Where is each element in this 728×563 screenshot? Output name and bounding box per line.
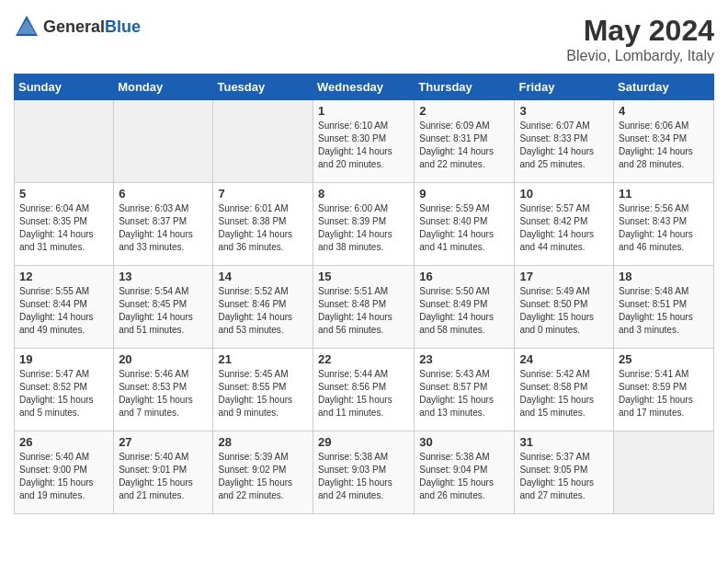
day-info: Sunrise: 5:59 AM Sunset: 8:40 PM Dayligh… (419, 202, 509, 254)
day-number: 18 (619, 270, 709, 283)
calendar-cell: 4Sunrise: 6:06 AM Sunset: 8:34 PM Daylig… (614, 100, 714, 183)
calendar-title: May 2024 (566, 14, 714, 48)
day-number: 10 (519, 187, 609, 201)
day-number: 25 (619, 352, 709, 366)
day-info: Sunrise: 5:54 AM Sunset: 8:45 PM Dayligh… (119, 285, 208, 337)
day-number: 17 (519, 270, 609, 283)
day-info: Sunrise: 5:49 AM Sunset: 8:50 PM Dayligh… (519, 285, 609, 337)
calendar-cell: 6Sunrise: 6:03 AM Sunset: 8:37 PM Daylig… (114, 183, 213, 266)
weekday-header-monday: Monday (114, 75, 213, 100)
calendar-cell: 16Sunrise: 5:50 AM Sunset: 8:49 PM Dayli… (415, 266, 515, 349)
calendar-cell: 29Sunrise: 5:38 AM Sunset: 9:03 PM Dayli… (313, 431, 415, 514)
day-info: Sunrise: 5:42 AM Sunset: 8:58 PM Dayligh… (519, 368, 609, 419)
day-info: Sunrise: 5:40 AM Sunset: 9:00 PM Dayligh… (19, 451, 108, 502)
day-info: Sunrise: 6:09 AM Sunset: 8:31 PM Dayligh… (419, 120, 509, 171)
title-section: May 2024 Blevio, Lombardy, Italy (566, 14, 714, 64)
day-number: 26 (19, 435, 108, 449)
day-number: 1 (318, 104, 409, 118)
calendar-week-1: 1Sunrise: 6:10 AM Sunset: 8:30 PM Daylig… (15, 100, 714, 183)
calendar-cell: 25Sunrise: 5:41 AM Sunset: 8:59 PM Dayli… (614, 349, 714, 431)
weekday-header-saturday: Saturday (614, 75, 714, 100)
calendar-week-5: 26Sunrise: 5:40 AM Sunset: 9:00 PM Dayli… (15, 431, 714, 514)
day-number: 12 (19, 270, 108, 283)
day-number: 27 (119, 435, 208, 449)
calendar-cell: 11Sunrise: 5:56 AM Sunset: 8:43 PM Dayli… (614, 183, 714, 266)
day-info: Sunrise: 5:48 AM Sunset: 8:51 PM Dayligh… (619, 285, 709, 337)
day-info: Sunrise: 6:03 AM Sunset: 8:37 PM Dayligh… (119, 202, 208, 254)
day-info: Sunrise: 5:47 AM Sunset: 8:52 PM Dayligh… (19, 368, 108, 419)
calendar-cell: 30Sunrise: 5:38 AM Sunset: 9:04 PM Dayli… (415, 431, 515, 514)
calendar-cell: 10Sunrise: 5:57 AM Sunset: 8:42 PM Dayli… (515, 183, 614, 266)
day-number: 16 (419, 270, 509, 283)
day-number: 31 (519, 435, 609, 449)
calendar-cell: 12Sunrise: 5:55 AM Sunset: 8:44 PM Dayli… (15, 266, 114, 349)
day-number: 14 (218, 270, 308, 283)
day-info: Sunrise: 5:52 AM Sunset: 8:46 PM Dayligh… (218, 285, 308, 337)
day-info: Sunrise: 5:40 AM Sunset: 9:01 PM Dayligh… (119, 451, 208, 502)
day-info: Sunrise: 6:00 AM Sunset: 8:39 PM Dayligh… (318, 202, 409, 254)
calendar-cell: 5Sunrise: 6:04 AM Sunset: 8:35 PM Daylig… (15, 183, 114, 266)
day-number: 3 (519, 104, 609, 118)
calendar-cell (114, 100, 213, 183)
day-info: Sunrise: 6:10 AM Sunset: 8:30 PM Dayligh… (318, 120, 409, 171)
calendar-cell: 1Sunrise: 6:10 AM Sunset: 8:30 PM Daylig… (313, 100, 415, 183)
calendar-cell (213, 100, 313, 183)
day-number: 11 (619, 187, 709, 201)
calendar-table: SundayMondayTuesdayWednesdayThursdayFrid… (14, 74, 714, 514)
day-number: 28 (218, 435, 308, 449)
day-number: 22 (318, 352, 409, 366)
calendar-cell: 28Sunrise: 5:39 AM Sunset: 9:02 PM Dayli… (213, 431, 313, 514)
day-number: 23 (419, 352, 509, 366)
calendar-cell: 26Sunrise: 5:40 AM Sunset: 9:00 PM Dayli… (15, 431, 114, 514)
day-info: Sunrise: 6:04 AM Sunset: 8:35 PM Dayligh… (19, 202, 108, 254)
day-info: Sunrise: 5:38 AM Sunset: 9:03 PM Dayligh… (318, 451, 409, 502)
logo-text-general: General (43, 17, 105, 36)
calendar-week-3: 12Sunrise: 5:55 AM Sunset: 8:44 PM Dayli… (15, 266, 714, 349)
day-info: Sunrise: 5:46 AM Sunset: 8:53 PM Dayligh… (119, 368, 208, 419)
weekday-header-tuesday: Tuesday (213, 75, 313, 100)
day-number: 8 (318, 187, 409, 201)
calendar-cell (15, 100, 114, 183)
day-number: 6 (119, 187, 208, 201)
day-number: 4 (619, 104, 709, 118)
svg-marker-1 (17, 19, 36, 34)
calendar-cell: 22Sunrise: 5:44 AM Sunset: 8:56 PM Dayli… (313, 349, 415, 431)
calendar-cell: 7Sunrise: 6:01 AM Sunset: 8:38 PM Daylig… (213, 183, 313, 266)
calendar-cell: 14Sunrise: 5:52 AM Sunset: 8:46 PM Dayli… (213, 266, 313, 349)
day-number: 19 (19, 352, 108, 366)
day-number: 21 (218, 352, 308, 366)
day-number: 5 (19, 187, 108, 201)
calendar-cell: 9Sunrise: 5:59 AM Sunset: 8:40 PM Daylig… (415, 183, 515, 266)
calendar-cell: 23Sunrise: 5:43 AM Sunset: 8:57 PM Dayli… (415, 349, 515, 431)
day-info: Sunrise: 5:37 AM Sunset: 9:05 PM Dayligh… (519, 451, 609, 502)
calendar-cell: 3Sunrise: 6:07 AM Sunset: 8:33 PM Daylig… (515, 100, 614, 183)
day-number: 24 (519, 352, 609, 366)
calendar-week-2: 5Sunrise: 6:04 AM Sunset: 8:35 PM Daylig… (15, 183, 714, 266)
calendar-cell: 18Sunrise: 5:48 AM Sunset: 8:51 PM Dayli… (614, 266, 714, 349)
day-info: Sunrise: 5:57 AM Sunset: 8:42 PM Dayligh… (519, 202, 609, 254)
day-number: 13 (119, 270, 208, 283)
calendar-cell: 24Sunrise: 5:42 AM Sunset: 8:58 PM Dayli… (515, 349, 614, 431)
day-number: 9 (419, 187, 509, 201)
calendar-cell: 27Sunrise: 5:40 AM Sunset: 9:01 PM Dayli… (114, 431, 213, 514)
day-info: Sunrise: 5:56 AM Sunset: 8:43 PM Dayligh… (619, 202, 709, 254)
day-info: Sunrise: 5:44 AM Sunset: 8:56 PM Dayligh… (318, 368, 409, 419)
calendar-body: 1Sunrise: 6:10 AM Sunset: 8:30 PM Daylig… (15, 100, 714, 514)
day-info: Sunrise: 5:51 AM Sunset: 8:48 PM Dayligh… (318, 285, 409, 337)
calendar-cell: 19Sunrise: 5:47 AM Sunset: 8:52 PM Dayli… (15, 349, 114, 431)
calendar-cell: 20Sunrise: 5:46 AM Sunset: 8:53 PM Dayli… (114, 349, 213, 431)
day-number: 7 (218, 187, 308, 201)
calendar-subtitle: Blevio, Lombardy, Italy (566, 48, 714, 64)
day-info: Sunrise: 6:06 AM Sunset: 8:34 PM Dayligh… (619, 120, 709, 171)
day-number: 2 (419, 104, 509, 118)
calendar-cell: 15Sunrise: 5:51 AM Sunset: 8:48 PM Dayli… (313, 266, 415, 349)
logo-icon (14, 14, 40, 40)
calendar-cell: 13Sunrise: 5:54 AM Sunset: 8:45 PM Dayli… (114, 266, 213, 349)
day-info: Sunrise: 5:39 AM Sunset: 9:02 PM Dayligh… (218, 451, 308, 502)
day-info: Sunrise: 6:01 AM Sunset: 8:38 PM Dayligh… (218, 202, 308, 254)
day-info: Sunrise: 6:07 AM Sunset: 8:33 PM Dayligh… (519, 120, 609, 171)
weekday-header-wednesday: Wednesday (313, 75, 415, 100)
day-info: Sunrise: 5:38 AM Sunset: 9:04 PM Dayligh… (419, 451, 509, 502)
day-number: 30 (419, 435, 509, 449)
calendar-week-4: 19Sunrise: 5:47 AM Sunset: 8:52 PM Dayli… (15, 349, 714, 431)
